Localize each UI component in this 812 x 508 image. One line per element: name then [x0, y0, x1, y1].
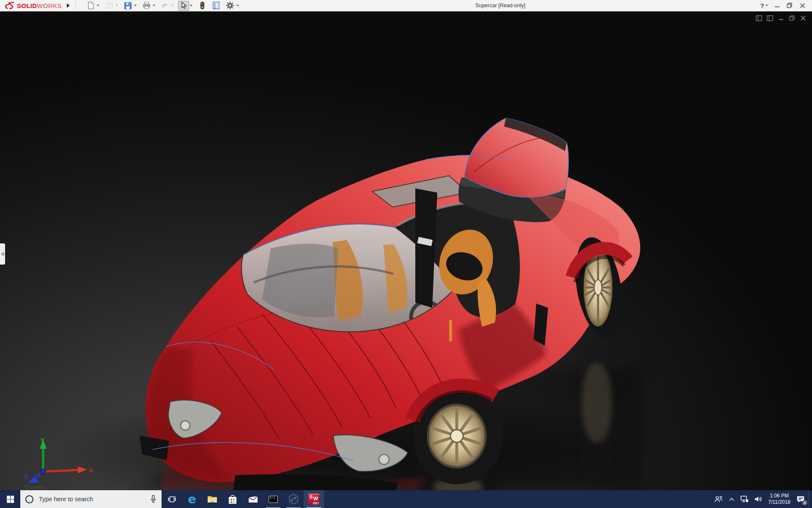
document-close-button[interactable]: [800, 15, 806, 21]
close-icon: [800, 3, 805, 8]
triad-z-label: Z: [25, 474, 27, 480]
document-minimize-icon: [778, 15, 784, 21]
cortana-icon: [25, 495, 33, 503]
people-icon: [714, 496, 723, 502]
menu-flyout-arrow[interactable]: [65, 1, 72, 10]
taskbar-app-file-explorer[interactable]: [202, 490, 222, 508]
toolbar-separator: [75, 1, 76, 10]
orange-marker: [449, 320, 452, 342]
taskbar-app-store[interactable]: [222, 490, 243, 508]
volume-button[interactable]: [752, 490, 765, 508]
clock[interactable]: 1:06 PM 7/11/2018: [765, 490, 794, 508]
help-dropdown[interactable]: [764, 1, 769, 11]
taskbar-app-mail[interactable]: [243, 490, 263, 508]
task-view-button[interactable]: [162, 490, 182, 508]
orientation-triad: Y X Z: [24, 436, 96, 483]
view-orientation-label: *Dimetric: [24, 484, 46, 490]
window-title: Supercar [Read-only]: [242, 3, 759, 8]
close-button[interactable]: [796, 0, 809, 11]
save-dropdown[interactable]: [133, 1, 138, 11]
save-button[interactable]: [122, 1, 133, 11]
start-button[interactable]: [0, 490, 20, 508]
taskbar-app-solidworks[interactable]: S W 2017: [304, 490, 324, 508]
print-icon: [142, 1, 151, 10]
solidworks-wordmark: SOLIDWORKS: [17, 2, 62, 9]
solidworks-logo: SOLIDWORKS: [0, 0, 62, 11]
edge-icon: e: [188, 493, 196, 505]
wordmark-solid: SOLID: [17, 2, 37, 9]
restore-button[interactable]: [783, 0, 796, 11]
minimize-button[interactable]: [771, 0, 783, 11]
options-dropdown[interactable]: [236, 1, 240, 11]
triad-x-label: X: [89, 467, 93, 474]
wordmark-works: WORKS: [37, 2, 61, 9]
action-center-button[interactable]: 3: [794, 490, 808, 508]
options-button[interactable]: [225, 1, 236, 11]
taskbar-app-command-prompt[interactable]: C:\: [263, 490, 283, 508]
new-dropdown[interactable]: [96, 1, 101, 11]
system-tray: 1:06 PM 7/11/2018 3: [711, 490, 812, 508]
open-button[interactable]: [104, 1, 115, 11]
document-minimize-button[interactable]: [778, 15, 784, 21]
task-view-icon: [168, 496, 176, 503]
undo-button[interactable]: [159, 1, 170, 11]
solidworks-2017-icon: S W 2017: [308, 494, 319, 505]
microphone-icon[interactable]: [150, 495, 156, 503]
minimize-icon: [774, 3, 780, 8]
select-tool-button[interactable]: [178, 1, 189, 11]
help-label: ?: [760, 2, 764, 9]
windows-logo-icon: [7, 496, 14, 503]
select-dropdown[interactable]: [189, 1, 194, 11]
document-restore-button[interactable]: [789, 15, 795, 21]
show-desktop-button[interactable]: [808, 490, 810, 508]
pane-toggle-right-button[interactable]: [767, 15, 773, 21]
help-button[interactable]: ?: [759, 1, 771, 11]
rebuild-button[interactable]: [197, 1, 208, 11]
tray-date: 7/11/2018: [768, 499, 791, 505]
windows-taskbar: e C:\ S: [0, 490, 812, 508]
pane-right-icon: [767, 15, 773, 21]
feature-manager-collapsed-tab[interactable]: [0, 243, 5, 265]
people-button[interactable]: [711, 490, 726, 508]
tray-time: 1:06 PM: [770, 493, 789, 499]
network-button[interactable]: [738, 490, 752, 508]
quick-access-toolbar: [85, 1, 242, 11]
chevron-up-icon: [729, 497, 735, 501]
restore-icon: [787, 3, 793, 8]
microsoft-store-icon: [228, 494, 237, 504]
new-document-button[interactable]: [85, 1, 96, 11]
tray-overflow-button[interactable]: [726, 490, 738, 508]
taskbar-search[interactable]: [20, 490, 162, 508]
network-icon: [741, 496, 749, 502]
document-window-controls: [756, 15, 806, 21]
triad-y-label: Y: [41, 437, 44, 443]
open-folder-icon: [105, 1, 113, 10]
solidworks-mark-icon: [4, 1, 15, 10]
file-properties-icon: [212, 1, 220, 10]
pane-toggle-left-button[interactable]: [756, 15, 762, 21]
document-restore-icon: [789, 15, 795, 21]
3d-viewport-canvas[interactable]: [0, 11, 812, 490]
graphics-viewport[interactable]: Y X Z *Dimetric: [0, 11, 812, 490]
print-dropdown[interactable]: [152, 1, 156, 11]
taskbar-app-hexagon-3d[interactable]: [283, 490, 304, 508]
pane-left-icon: [756, 15, 762, 21]
undo-icon: [161, 1, 169, 10]
command-prompt-icon: C:\: [269, 496, 278, 503]
taskbar-app-edge[interactable]: e: [182, 490, 202, 508]
file-properties-button[interactable]: [211, 1, 222, 11]
hexagon-app-icon: [288, 494, 299, 505]
undo-dropdown[interactable]: [170, 1, 175, 11]
open-dropdown[interactable]: [115, 1, 119, 11]
supercar-3d-model[interactable]: [0, 11, 812, 490]
titlebar: SOLIDWORKS: [0, 0, 812, 11]
window-controls: ?: [759, 0, 812, 11]
select-cursor-icon: [180, 2, 187, 9]
new-document-icon: [86, 1, 95, 10]
document-close-icon: [800, 15, 806, 21]
mail-icon: [248, 496, 258, 503]
gear-icon: [226, 1, 234, 10]
search-input[interactable]: [38, 495, 145, 503]
print-button[interactable]: [141, 1, 152, 11]
notification-badge: 3: [802, 500, 807, 505]
